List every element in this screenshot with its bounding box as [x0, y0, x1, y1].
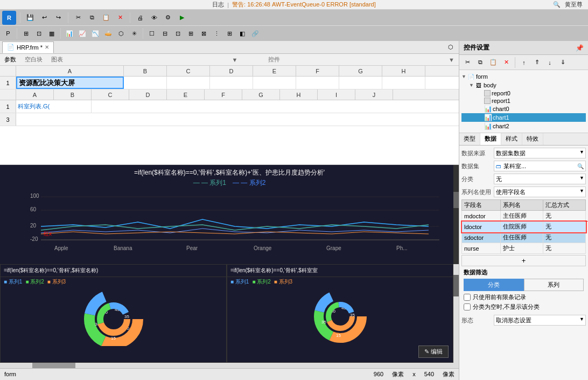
r-up2-button[interactable]: ⇑ — [531, 57, 543, 68]
undo-button[interactable]: ↩ — [38, 12, 50, 24]
classify-dropdown-icon[interactable]: ▼ — [579, 175, 584, 181]
r-down2-button[interactable]: ⇓ — [557, 57, 569, 68]
series-row-ldoctor[interactable]: ldoctor 住院医师 无 — [462, 222, 586, 232]
add-series-button[interactable]: + — [461, 255, 586, 266]
r-down-button[interactable]: ↓ — [544, 57, 556, 68]
col-header-F[interactable]: F — [296, 66, 339, 76]
tree-report1[interactable]: report1 — [461, 97, 586, 105]
redo-button[interactable]: ↪ — [52, 12, 64, 24]
r-up-button[interactable]: ↑ — [518, 57, 530, 68]
chart-scrollbar-v[interactable] — [453, 165, 459, 264]
datasource-dropdown-icon[interactable]: ▼ — [579, 149, 584, 155]
col-header-C[interactable]: C — [167, 66, 210, 76]
cell-D1[interactable] — [210, 77, 253, 89]
control-label[interactable]: 控件 — [268, 56, 280, 64]
col-header-G[interactable]: G — [339, 66, 382, 76]
col-header-E[interactable]: E — [253, 66, 296, 76]
col2-header-F[interactable]: F — [205, 89, 242, 100]
delete-button[interactable]: ✕ — [114, 12, 126, 24]
tree-chart1[interactable]: 📊 chart1 — [461, 113, 586, 122]
tree-form[interactable]: ▼ 📄 form — [461, 72, 586, 81]
tree-report0[interactable]: report0 — [461, 89, 586, 97]
col-header-A[interactable]: A — [16, 66, 124, 76]
block-icon2[interactable]: ⊡ — [33, 27, 45, 39]
filter-tab-series[interactable]: 系列 — [524, 279, 584, 291]
check-limit[interactable] — [464, 294, 471, 301]
tab-style[interactable]: 样式 — [501, 133, 522, 145]
r-cut-button[interactable]: ✂ — [461, 57, 473, 68]
run-button[interactable]: ▶ — [176, 12, 188, 24]
blank-label[interactable]: 空白块 — [25, 56, 43, 64]
tab-expand-button[interactable]: ⬡ — [445, 42, 457, 53]
cell-G1[interactable] — [339, 77, 382, 89]
chart-bar-icon[interactable]: 📊 — [64, 27, 75, 39]
col-header-B[interactable]: B — [124, 66, 167, 76]
chart-more2[interactable]: ✳ — [128, 27, 140, 39]
cell-C1[interactable] — [167, 77, 210, 89]
tab-close-button[interactable]: ✕ — [45, 44, 49, 50]
preview-button[interactable]: 👁 — [148, 12, 160, 24]
chart-line-icon[interactable]: 📈 — [76, 27, 88, 39]
tree-chart2[interactable]: 📊 chart2 — [461, 122, 586, 130]
col2-header-C[interactable]: C — [92, 89, 129, 100]
control-icon3[interactable]: ⊡ — [172, 27, 184, 39]
param-icon[interactable]: P — [2, 27, 14, 39]
left-panel-scrollbar-h[interactable] — [0, 363, 459, 368]
col2-header-J[interactable]: J — [355, 89, 393, 100]
col2-header-E[interactable]: E — [167, 89, 205, 100]
control-icon2[interactable]: ⊟ — [159, 27, 171, 39]
control-icon4[interactable]: ⊞ — [185, 27, 197, 39]
left-panel-scrollbar-v[interactable] — [453, 264, 459, 363]
control-icon5[interactable]: ⊠ — [198, 27, 209, 39]
cut-button[interactable]: ✂ — [72, 12, 84, 24]
r-paste-button[interactable]: 📋 — [487, 57, 499, 68]
control-expand[interactable]: ▼ — [449, 57, 454, 63]
control-icon1[interactable]: ☐ — [146, 27, 158, 39]
tab-effect[interactable]: 特效 — [522, 133, 543, 145]
control-icon6[interactable]: ⋮ — [211, 27, 222, 39]
hrp-tab[interactable]: 📄 HRP.frm * ✕ — [2, 42, 54, 53]
morph-dropdown-icon[interactable]: ▼ — [579, 316, 584, 322]
right-panel-pin[interactable]: 📌 — [576, 44, 584, 52]
search-icon[interactable]: 🔍 — [553, 1, 561, 8]
copy-button[interactable]: ⧉ — [86, 12, 98, 24]
tree-body[interactable]: ▼ 🖼 body — [461, 81, 586, 89]
cell-B1[interactable] — [124, 77, 167, 89]
col2-header-B[interactable]: B — [54, 89, 92, 100]
col2-header-H[interactable]: H — [280, 89, 318, 100]
r-delete-button[interactable]: ✕ — [500, 57, 512, 68]
control-icon9[interactable]: 🔗 — [249, 27, 261, 39]
col2-header-D[interactable]: D — [129, 89, 167, 100]
check-empty[interactable] — [464, 303, 471, 310]
series-row-sdoctor[interactable]: sdoctor 住任医师 无 — [462, 232, 586, 243]
r-copy-button[interactable]: ⧉ — [474, 57, 486, 68]
block-icon3[interactable]: ▦ — [46, 27, 58, 39]
cell-A1[interactable]: 资源配比决策大屏 — [16, 77, 124, 89]
col-header-D[interactable]: D — [210, 66, 253, 76]
chart-more1[interactable]: ⬡ — [115, 27, 127, 39]
settings-button[interactable]: ⚙ — [162, 12, 174, 24]
filter-tab-classify[interactable]: 分类 — [464, 279, 524, 291]
col2-header-I[interactable]: I — [318, 89, 355, 100]
save-button[interactable]: 💾 — [24, 12, 36, 24]
tab-type[interactable]: 类型 — [459, 133, 480, 145]
block-icon1[interactable]: ⊞ — [20, 27, 32, 39]
edit-button[interactable]: ✎ 编辑 — [418, 346, 449, 358]
tab-data[interactable]: 数据 — [480, 133, 501, 145]
control-icon7[interactable]: ⊞ — [223, 27, 235, 39]
col2-header-G[interactable]: G — [242, 89, 280, 100]
col2-header-A[interactable]: A — [16, 89, 54, 100]
cell-E1[interactable] — [253, 77, 296, 89]
col-header-H[interactable]: H — [382, 66, 425, 76]
chart-area-icon[interactable]: 📉 — [89, 27, 101, 39]
series-row-mdoctor[interactable]: mdoctor 主任医师 无 — [462, 211, 586, 222]
cell-A1b[interactable]: 科室列表.G( — [16, 100, 92, 113]
series-row-nurse[interactable]: nurse 护士 无 — [462, 243, 586, 254]
dataset-search-icon[interactable]: 🔍 — [577, 163, 584, 169]
chart-label[interactable]: 图表 — [51, 56, 63, 64]
series-dropdown-icon[interactable]: ▼ — [579, 188, 584, 194]
print-button[interactable]: 🖨 — [134, 12, 146, 24]
tree-chart0[interactable]: 📊 chart0 — [461, 105, 586, 113]
control-icon8[interactable]: ◧ — [236, 27, 248, 39]
chart-pie-icon[interactable]: 🥧 — [102, 27, 114, 39]
